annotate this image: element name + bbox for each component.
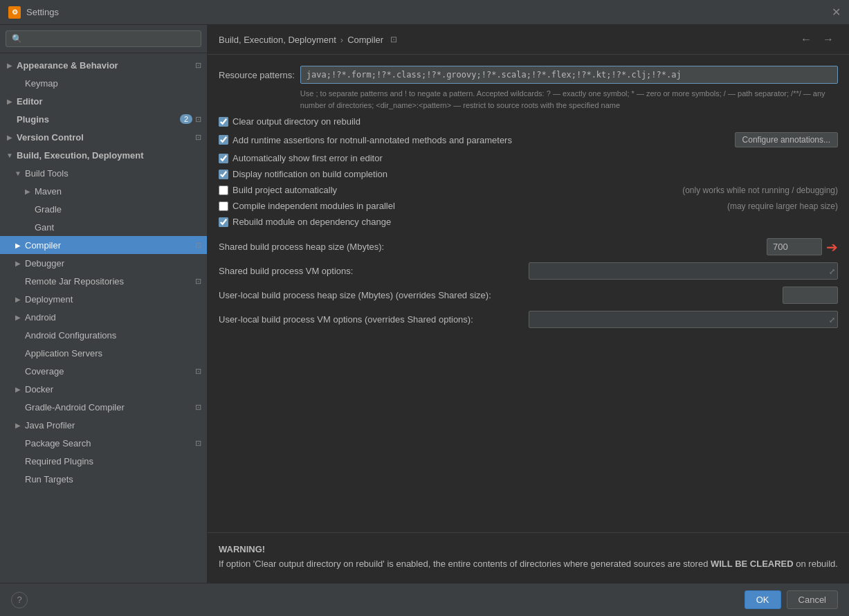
expand-icon-deployment: ▶: [14, 296, 22, 303]
expand-icon-appearance: ▶: [6, 62, 14, 69]
compile-parallel-note: (may require larger heap size): [727, 201, 838, 211]
heap-size-label: Shared build process heap size (Mbytes):: [219, 242, 767, 252]
nav-forward-button[interactable]: →: [819, 32, 838, 47]
sidebar-item-deployment[interactable]: ▶Deployment: [0, 290, 207, 308]
warning-box: WARNING! If option 'Clear output directo…: [208, 532, 849, 583]
sidebar-list: ▶Appearance & Behavior⊡Keymap▶EditorPlug…: [0, 53, 207, 583]
resource-patterns-input[interactable]: [300, 66, 838, 84]
rebuild-module-checkbox[interactable]: [219, 217, 228, 227]
heap-size-input[interactable]: [767, 238, 822, 255]
sidebar-item-android-config[interactable]: Android Configurations: [0, 326, 207, 344]
breadcrumb-parent[interactable]: Build, Execution, Deployment: [219, 35, 336, 45]
sidebar-label-maven: Maven: [35, 186, 201, 197]
checkbox-build-auto: Build project automatically (only works …: [219, 185, 838, 195]
display-notification-checkbox[interactable]: [219, 170, 228, 179]
sidebar-item-java-profiler[interactable]: ▶Java Profiler: [0, 416, 207, 434]
sidebar-label-run-targets: Run Targets: [25, 474, 201, 484]
header-nav: ← →: [796, 32, 838, 47]
resource-patterns-label: Resource patterns:: [219, 66, 295, 80]
sidebar-item-keymap[interactable]: Keymap: [0, 74, 207, 92]
sidebar-item-appearance[interactable]: ▶Appearance & Behavior⊡: [0, 56, 207, 74]
sidebar-label-package-search: Package Search: [25, 438, 192, 449]
expand-icon-build-execution: ▼: [6, 152, 14, 159]
auto-show-checkbox[interactable]: [219, 154, 228, 163]
sidebar-item-coverage[interactable]: Coverage⊡: [0, 362, 207, 380]
build-auto-checkbox[interactable]: [219, 185, 228, 195]
sidebar-item-build-tools[interactable]: ▼Build Tools: [0, 164, 207, 182]
clear-output-checkbox[interactable]: [219, 117, 228, 127]
checkbox-add-runtime: Add runtime assertions for notnull-annot…: [219, 132, 838, 147]
sidebar-label-app-servers: Application Servers: [25, 348, 201, 359]
sidebar-label-appearance: Appearance & Behavior: [17, 60, 192, 71]
sidebar-item-version-control[interactable]: ▶Version Control⊡: [0, 128, 207, 146]
sidebar-item-maven[interactable]: ▶Maven: [0, 182, 207, 200]
ok-button[interactable]: OK: [745, 590, 781, 609]
resource-input-wrap: Use ; to separate patterns and ! to nega…: [300, 66, 838, 111]
pin-icon-remote-jar: ⊡: [195, 277, 201, 286]
main-area: ▶Appearance & Behavior⊡Keymap▶EditorPlug…: [0, 25, 849, 583]
sidebar-item-run-targets[interactable]: Run Targets: [0, 470, 207, 488]
sidebar-item-compiler[interactable]: ▶Compiler⊡: [0, 236, 207, 254]
pin-icon-coverage: ⊡: [195, 367, 201, 376]
user-vm-input[interactable]: [529, 311, 839, 328]
title-bar: ⚙ Settings ✕: [0, 0, 849, 25]
compile-parallel-checkbox[interactable]: [219, 201, 228, 211]
sidebar-label-android-config: Android Configurations: [25, 330, 201, 341]
checkbox-display-notification: Display notification on build completion: [219, 169, 838, 179]
sidebar-item-remote-jar[interactable]: Remote Jar Repositories⊡: [0, 272, 207, 290]
nav-back-button[interactable]: ←: [796, 32, 816, 47]
cancel-button[interactable]: Cancel: [787, 590, 838, 609]
sidebar-item-build-execution[interactable]: ▼Build, Execution, Deployment: [0, 146, 207, 164]
search-bar: [0, 25, 207, 53]
add-runtime-checkbox[interactable]: [219, 135, 228, 145]
compile-parallel-label: Compile independent modules in parallel: [232, 201, 723, 211]
sidebar-item-editor[interactable]: ▶Editor: [0, 92, 207, 110]
close-button[interactable]: ✕: [832, 6, 841, 19]
sidebar-item-package-search[interactable]: Package Search⊡: [0, 434, 207, 452]
breadcrumb-current: Compiler: [347, 35, 383, 45]
sidebar-item-debugger[interactable]: ▶Debugger: [0, 254, 207, 272]
breadcrumb: Build, Execution, Deployment › Compiler …: [219, 35, 397, 45]
search-input[interactable]: [6, 30, 201, 47]
sidebar-item-gant[interactable]: Gant: [0, 218, 207, 236]
display-notification-label: Display notification on build completion: [232, 169, 838, 179]
help-button[interactable]: ?: [11, 592, 28, 608]
footer-left: ?: [11, 592, 28, 608]
content-header: Build, Execution, Deployment › Compiler …: [208, 25, 849, 55]
arrow-indicator: ➔: [826, 239, 838, 255]
sidebar-label-gradle-android: Gradle-Android Compiler: [25, 402, 192, 413]
pin-icon[interactable]: ⊡: [390, 35, 397, 44]
vm-options-expand-icon[interactable]: ⤢: [829, 266, 835, 275]
sidebar-label-compiler: Compiler: [25, 240, 192, 251]
sidebar-label-keymap: Keymap: [25, 78, 201, 89]
sidebar-label-coverage: Coverage: [25, 366, 192, 377]
app-icon: ⚙: [8, 6, 21, 19]
sidebar-label-java-profiler: Java Profiler: [25, 420, 201, 431]
resource-patterns-row: Resource patterns: Use ; to separate pat…: [219, 66, 838, 111]
checkbox-rebuild-module: Rebuild module on dependency change: [219, 217, 838, 227]
breadcrumb-separator: ›: [340, 35, 343, 45]
user-heap-label: User-local build process heap size (Mbyt…: [219, 290, 783, 300]
sidebar-item-gradle-android[interactable]: Gradle-Android Compiler⊡: [0, 398, 207, 416]
expand-icon-android: ▶: [14, 314, 22, 321]
sidebar-item-android[interactable]: ▶Android: [0, 308, 207, 326]
sidebar-item-app-servers[interactable]: Application Servers: [0, 344, 207, 362]
configure-annotations-button[interactable]: Configure annotations...: [735, 132, 838, 147]
sidebar-item-gradle[interactable]: Gradle: [0, 200, 207, 218]
user-heap-input[interactable]: [783, 287, 838, 304]
warning-title: WARNING!: [219, 544, 838, 554]
sidebar-item-required-plugins[interactable]: Required Plugins: [0, 452, 207, 470]
sidebar-label-debugger: Debugger: [25, 258, 201, 269]
user-vm-input-wrap: ⤢: [529, 311, 839, 328]
sidebar-label-plugins: Plugins: [17, 114, 177, 125]
expand-icon-docker: ▶: [14, 386, 22, 393]
vm-options-input[interactable]: [529, 262, 839, 280]
rebuild-module-label: Rebuild module on dependency change: [232, 217, 838, 227]
user-vm-expand-icon[interactable]: ⤢: [829, 315, 835, 324]
sidebar-item-plugins[interactable]: Plugins2⊡: [0, 110, 207, 128]
add-runtime-label: Add runtime assertions for notnull-annot…: [232, 135, 725, 145]
vm-options-input-wrap: ⤢: [529, 262, 839, 280]
expand-icon-debugger: ▶: [14, 260, 22, 267]
sidebar-item-docker[interactable]: ▶Docker: [0, 380, 207, 398]
sidebar-label-editor: Editor: [17, 96, 201, 107]
